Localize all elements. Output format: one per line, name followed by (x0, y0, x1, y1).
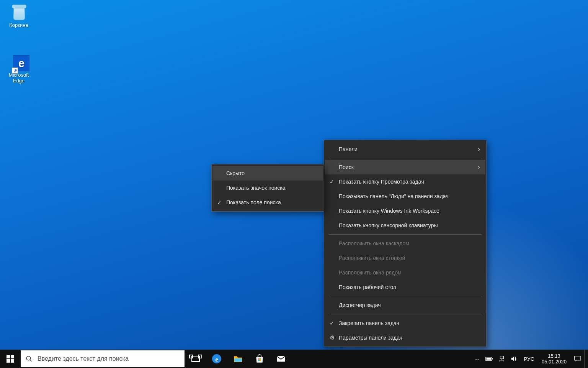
network-icon (498, 356, 505, 362)
submenu-item-show-search-box[interactable]: Показать поле поиска (212, 195, 323, 210)
search-submenu: Скрыто Показать значок поиска Показать п… (211, 164, 324, 212)
submenu-item-show-search-icon[interactable]: Показать значок поиска (212, 181, 323, 195)
svg-line-1 (30, 360, 32, 361)
pinned-app-mail[interactable] (270, 350, 292, 368)
menu-item-label: Показывать панель "Люди" на панели задач (339, 193, 449, 199)
menu-item-show-task-view[interactable]: Показать кнопку Просмотра задач (325, 174, 485, 189)
pinned-apps: e (206, 350, 292, 368)
action-center-button[interactable] (571, 350, 584, 368)
menu-item-search[interactable]: Поиск (325, 160, 485, 174)
folder-icon (233, 354, 243, 364)
menu-separator (329, 234, 482, 235)
menu-item-lock-taskbar[interactable]: Закрепить панель задач (325, 316, 485, 330)
chevron-up-icon: ︿ (475, 355, 480, 362)
menu-item-label: Показать кнопку сенсорной клавиатуры (339, 222, 438, 228)
clock-time: 15:13 (548, 353, 560, 359)
svg-rect-13 (500, 356, 504, 359)
menu-item-show-people[interactable]: Показывать панель "Люди" на панели задач (325, 189, 485, 204)
submenu-item-hidden[interactable]: Скрыто (212, 166, 323, 181)
show-desktop-button[interactable] (584, 350, 588, 368)
desktop-icon-label: Microsoft Edge (2, 72, 36, 84)
tray-volume[interactable] (508, 350, 521, 368)
menu-item-label: Диспетчер задач (339, 302, 381, 308)
windows-logo-icon (7, 355, 14, 363)
store-icon (255, 354, 265, 364)
menu-item-label: Показать поле поиска (226, 199, 281, 205)
svg-text:e: e (215, 356, 218, 363)
pinned-app-edge[interactable]: e (206, 350, 227, 368)
task-view-button[interactable] (185, 350, 206, 368)
search-placeholder: Введите здесь текст для поиска (38, 355, 129, 362)
menu-item-show-ink-workspace[interactable]: Показать кнопку Windows Ink Workspace (325, 204, 485, 218)
clock-date: 05.01.2020 (542, 359, 567, 365)
svg-point-0 (26, 356, 31, 360)
desktop-icon-label: Корзина (2, 22, 36, 28)
start-button[interactable] (0, 350, 21, 368)
menu-item-label: Показать кнопку Windows Ink Workspace (339, 208, 439, 214)
taskbar-context-menu: Панели Поиск Показать кнопку Просмотра з… (324, 140, 487, 347)
svg-rect-14 (575, 356, 581, 360)
task-view-icon (191, 356, 200, 362)
svg-rect-4 (234, 358, 242, 362)
edge-icon: e (212, 354, 222, 364)
shortcut-overlay-icon (12, 67, 18, 74)
menu-separator (329, 158, 482, 158)
menu-item-label: Показать кнопку Просмотра задач (339, 179, 424, 185)
menu-item-show-touch-keyboard[interactable]: Показать кнопку сенсорной клавиатуры (325, 218, 485, 233)
menu-item-label: Поиск (339, 164, 354, 170)
menu-item-taskbar-settings[interactable]: Параметры панели задач (325, 330, 485, 345)
search-icon (21, 355, 38, 362)
svg-rect-5 (258, 358, 260, 360)
menu-item-label: Скрыто (226, 170, 245, 176)
menu-item-stack-windows: Расположить окна стопкой (325, 251, 485, 265)
desktop-icon-edge[interactable]: Microsoft Edge (2, 53, 36, 84)
menu-item-label: Расположить окна рядом (339, 269, 402, 276)
menu-item-side-by-side-windows: Расположить окна рядом (325, 265, 485, 280)
menu-item-show-desktop[interactable]: Показать рабочий стол (325, 280, 485, 294)
taskbar-search-box[interactable]: Введите здесь текст для поиска (21, 350, 185, 367)
menu-item-label: Закрепить панель задач (339, 320, 399, 326)
pinned-app-file-explorer[interactable] (227, 350, 249, 368)
notification-icon (574, 355, 581, 362)
tray-battery[interactable] (483, 350, 496, 368)
menu-separator (329, 296, 482, 296)
menu-item-label: Параметры панели задач (339, 335, 402, 341)
tray-clock[interactable]: 15:13 05.01.2020 (537, 350, 571, 368)
svg-rect-12 (487, 358, 492, 360)
taskbar[interactable]: Введите здесь текст для поиска e (0, 350, 588, 368)
tray-language[interactable]: РУС (521, 350, 537, 368)
menu-item-label: Расположить окна стопкой (339, 255, 405, 261)
menu-item-label: Панели (339, 146, 358, 152)
mail-icon (276, 354, 286, 364)
menu-item-label: Показать значок поиска (226, 185, 286, 191)
tray-overflow-button[interactable]: ︿ (472, 350, 483, 368)
menu-item-toolbars[interactable]: Панели (325, 142, 485, 156)
svg-rect-8 (260, 360, 261, 361)
language-label: РУС (524, 356, 534, 362)
edge-icon (9, 53, 29, 71)
menu-item-label: Расположить окна каскадом (339, 240, 409, 246)
desktop-wallpaper[interactable]: Корзина Microsoft Edge Панели Поиск Пока… (0, 0, 588, 368)
desktop-icon-recycle-bin[interactable]: Корзина (2, 3, 36, 28)
tray-network[interactable] (496, 350, 508, 368)
svg-rect-9 (277, 356, 285, 361)
svg-rect-6 (260, 358, 261, 360)
volume-icon (511, 355, 518, 362)
system-tray: ︿ РУС (472, 350, 588, 368)
battery-icon (485, 356, 493, 361)
menu-item-label: Показать рабочий стол (339, 284, 396, 290)
menu-item-cascade-windows: Расположить окна каскадом (325, 236, 485, 251)
recycle-bin-icon (9, 3, 29, 21)
svg-rect-11 (492, 358, 493, 359)
svg-rect-7 (258, 360, 260, 361)
menu-separator (329, 314, 482, 314)
pinned-app-store[interactable] (249, 350, 270, 368)
menu-item-task-manager[interactable]: Диспетчер задач (325, 298, 485, 312)
